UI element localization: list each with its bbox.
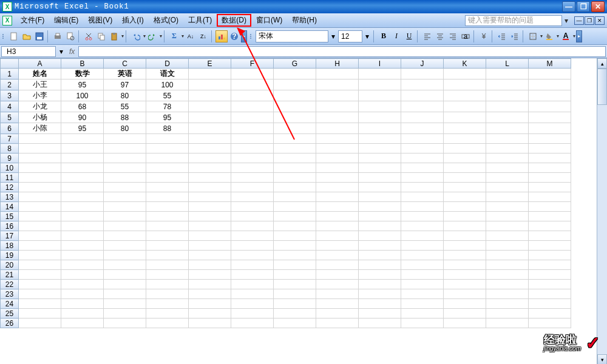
- cell[interactable]: [486, 101, 529, 112]
- cell[interactable]: [359, 134, 401, 144]
- cell[interactable]: [316, 231, 359, 241]
- cell[interactable]: [444, 318, 486, 328]
- cell[interactable]: [401, 231, 444, 241]
- cell[interactable]: [529, 260, 571, 270]
- cell[interactable]: [529, 69, 571, 79]
- cell[interactable]: [316, 260, 359, 270]
- cell[interactable]: [19, 318, 61, 328]
- cell[interactable]: [146, 212, 189, 221]
- cell[interactable]: [529, 153, 571, 163]
- cell[interactable]: 88: [104, 112, 146, 123]
- cell[interactable]: [189, 90, 231, 101]
- cell[interactable]: [231, 241, 274, 251]
- cell[interactable]: [104, 183, 146, 192]
- cell[interactable]: [486, 270, 529, 280]
- merge-center-button[interactable]: a: [459, 30, 472, 42]
- cell[interactable]: [486, 153, 529, 163]
- column-header-I[interactable]: I: [359, 59, 401, 69]
- cell[interactable]: [274, 134, 316, 144]
- cell[interactable]: [401, 173, 444, 183]
- cell[interactable]: [529, 183, 571, 192]
- cell[interactable]: [61, 231, 104, 241]
- row-header[interactable]: 1: [1, 69, 19, 79]
- cell[interactable]: [61, 144, 104, 153]
- cell[interactable]: [274, 309, 316, 318]
- redo-button[interactable]: [146, 30, 158, 42]
- cell[interactable]: [359, 221, 401, 231]
- cell[interactable]: [189, 299, 231, 309]
- row-header[interactable]: 24: [1, 299, 19, 309]
- cell[interactable]: [359, 260, 401, 270]
- cell[interactable]: [231, 101, 274, 112]
- cell[interactable]: [274, 289, 316, 299]
- font-size-dropdown-icon[interactable]: ▾: [363, 32, 371, 41]
- cell[interactable]: [316, 144, 359, 153]
- cell[interactable]: [486, 231, 529, 241]
- redo-dropdown-icon[interactable]: ▾: [160, 33, 162, 39]
- name-box-dropdown-icon[interactable]: ▾: [57, 47, 66, 56]
- cell[interactable]: [401, 183, 444, 192]
- font-name-select[interactable]: 宋体: [256, 30, 328, 42]
- font-size-select[interactable]: 12: [338, 30, 362, 42]
- cell[interactable]: [401, 289, 444, 299]
- cell[interactable]: [189, 144, 231, 153]
- cell[interactable]: [231, 212, 274, 221]
- print-button[interactable]: [52, 30, 64, 42]
- cell[interactable]: [401, 309, 444, 318]
- cell[interactable]: [401, 241, 444, 251]
- column-header-G[interactable]: G: [274, 59, 316, 69]
- cell[interactable]: [486, 79, 529, 90]
- cell[interactable]: [401, 123, 444, 134]
- cell[interactable]: 80: [104, 123, 146, 134]
- cell[interactable]: 90: [61, 112, 104, 123]
- cell[interactable]: [359, 280, 401, 289]
- cell[interactable]: [529, 241, 571, 251]
- cell[interactable]: [359, 123, 401, 134]
- cell[interactable]: 小龙: [19, 101, 61, 112]
- cell[interactable]: 95: [146, 112, 189, 123]
- align-right-button[interactable]: [447, 30, 459, 42]
- scroll-up-button[interactable]: ▴: [597, 58, 607, 69]
- cell[interactable]: [274, 270, 316, 280]
- cell[interactable]: [231, 153, 274, 163]
- row-header[interactable]: 4: [1, 101, 19, 112]
- cell[interactable]: [189, 192, 231, 202]
- cell[interactable]: [359, 101, 401, 112]
- cell[interactable]: [189, 153, 231, 163]
- cell[interactable]: [359, 202, 401, 212]
- sort-asc-button[interactable]: A↓: [185, 30, 197, 42]
- cell[interactable]: [104, 153, 146, 163]
- cell[interactable]: [359, 270, 401, 280]
- row-header[interactable]: 26: [1, 318, 19, 328]
- cell[interactable]: [19, 202, 61, 212]
- cell[interactable]: [444, 144, 486, 153]
- cell[interactable]: [486, 260, 529, 270]
- cell[interactable]: [19, 144, 61, 153]
- cell[interactable]: [61, 318, 104, 328]
- cell[interactable]: [61, 270, 104, 280]
- cell[interactable]: [529, 101, 571, 112]
- cell[interactable]: [444, 202, 486, 212]
- cell[interactable]: [189, 202, 231, 212]
- cell[interactable]: [316, 101, 359, 112]
- decrease-indent-button[interactable]: [496, 30, 508, 42]
- cell[interactable]: 68: [61, 101, 104, 112]
- row-header[interactable]: 3: [1, 90, 19, 101]
- cell[interactable]: [359, 251, 401, 260]
- cell[interactable]: [146, 280, 189, 289]
- row-header[interactable]: 18: [1, 241, 19, 251]
- fill-color-button[interactable]: [543, 30, 555, 42]
- cell[interactable]: [316, 289, 359, 299]
- cell[interactable]: [359, 231, 401, 241]
- row-header[interactable]: 22: [1, 280, 19, 289]
- cell[interactable]: [444, 192, 486, 202]
- cell[interactable]: [359, 192, 401, 202]
- cell[interactable]: [19, 183, 61, 192]
- undo-dropdown-icon[interactable]: ▾: [143, 33, 146, 39]
- cell[interactable]: [146, 289, 189, 299]
- cell[interactable]: [359, 183, 401, 192]
- cell[interactable]: [359, 212, 401, 221]
- cell[interactable]: [529, 112, 571, 123]
- cell[interactable]: [274, 69, 316, 79]
- cell[interactable]: [316, 183, 359, 192]
